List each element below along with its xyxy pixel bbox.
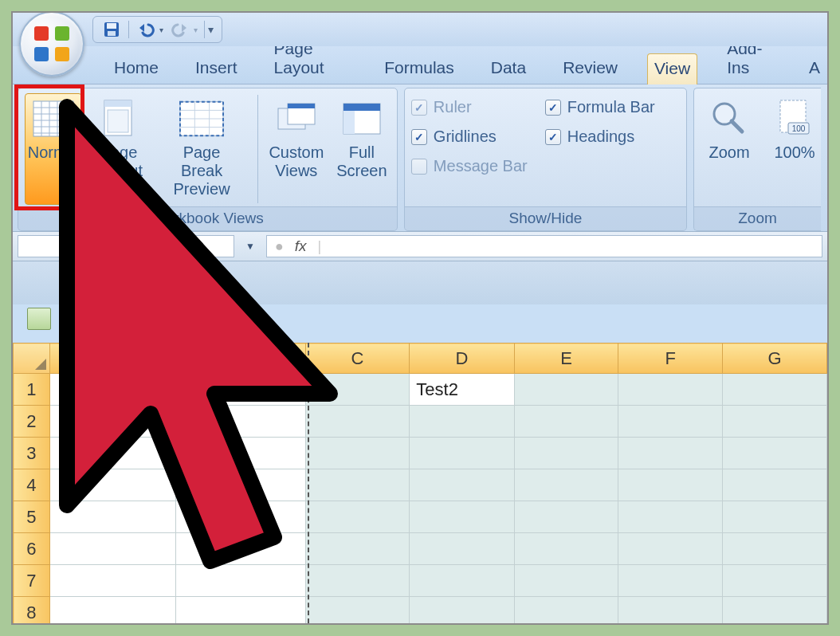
cell[interactable]	[410, 438, 514, 469]
undo-button[interactable]	[135, 19, 156, 40]
name-box[interactable]	[18, 235, 234, 257]
cell[interactable]	[305, 374, 410, 406]
cell[interactable]	[618, 565, 723, 597]
cell[interactable]	[410, 597, 514, 626]
cell[interactable]	[723, 438, 827, 469]
tab-home[interactable]: Home	[107, 53, 166, 84]
cell[interactable]	[723, 469, 827, 501]
cell[interactable]	[305, 438, 410, 469]
cell[interactable]: Test2	[410, 374, 514, 406]
zoom-button[interactable]: Zoom	[701, 93, 758, 205]
normal-view-button[interactable]: Normal	[25, 93, 82, 205]
cell[interactable]	[49, 501, 175, 533]
table-row[interactable]: 6	[14, 533, 827, 565]
custom-views-button[interactable]: CustomViews	[268, 93, 325, 205]
cell[interactable]	[618, 533, 723, 565]
page-break-preview-button[interactable]: PageBreak Preview	[155, 93, 248, 205]
cell[interactable]	[514, 501, 618, 533]
cell[interactable]	[176, 374, 305, 406]
column-header[interactable]	[49, 344, 175, 374]
cell[interactable]	[305, 501, 410, 533]
row-header[interactable]: 2	[14, 406, 50, 438]
cell[interactable]	[723, 374, 827, 406]
cell[interactable]	[176, 469, 305, 501]
cell[interactable]	[410, 406, 514, 438]
table-row[interactable]: 4	[14, 469, 827, 501]
cell[interactable]	[723, 597, 827, 626]
cell[interactable]	[618, 374, 723, 406]
name-box-dropdown-icon[interactable]: ▼	[245, 241, 255, 252]
table-row[interactable]: 7	[14, 565, 827, 597]
cell[interactable]	[49, 469, 175, 501]
workbook-icon[interactable]	[27, 308, 51, 330]
page-layout-button[interactable]: PageLayout	[90, 93, 147, 205]
row-header[interactable]: 1	[14, 374, 50, 406]
tab-data[interactable]: Data	[484, 53, 533, 84]
gridlines-checkbox[interactable]: ✓ Gridlines	[411, 126, 528, 147]
cell[interactable]	[305, 533, 410, 565]
cell[interactable]	[176, 438, 305, 469]
cell[interactable]	[514, 597, 618, 626]
cell[interactable]	[514, 374, 618, 406]
column-headers[interactable]: C D E F G	[14, 344, 827, 374]
table-row[interactable]: 2	[14, 406, 827, 438]
save-button[interactable]	[101, 19, 122, 40]
cell[interactable]	[410, 469, 514, 501]
column-header[interactable]: D	[410, 344, 514, 374]
headings-checkbox[interactable]: ✓ Headings	[545, 126, 655, 147]
undo-dropdown-icon[interactable]: ▾	[159, 26, 163, 34]
row-header[interactable]: 6	[14, 533, 50, 565]
row-header[interactable]: 4	[14, 469, 50, 501]
cell[interactable]	[723, 406, 827, 438]
cell[interactable]	[514, 533, 618, 565]
office-button[interactable]	[19, 11, 84, 77]
cell[interactable]	[514, 438, 618, 469]
row-header[interactable]: 7	[14, 565, 50, 597]
cell[interactable]	[49, 533, 175, 565]
cell[interactable]	[305, 469, 410, 501]
tab-formulas[interactable]: Formulas	[377, 53, 461, 84]
cell[interactable]	[514, 406, 618, 438]
table-row[interactable]: 8	[14, 597, 827, 626]
insert-function-icon[interactable]: ●	[275, 238, 284, 255]
cell[interactable]	[618, 438, 723, 469]
cell[interactable]	[618, 597, 723, 626]
select-all-corner[interactable]	[14, 344, 50, 374]
cell[interactable]	[176, 406, 305, 438]
cell[interactable]	[49, 406, 175, 438]
cell[interactable]	[176, 597, 305, 626]
cell[interactable]	[723, 565, 827, 597]
cell[interactable]	[176, 533, 305, 565]
table-row[interactable]: 5	[14, 501, 827, 533]
redo-dropdown-icon[interactable]: ▾	[194, 26, 198, 34]
spreadsheet[interactable]: C D E F G 1Test22345678	[13, 343, 827, 623]
row-header[interactable]: 5	[14, 501, 50, 533]
row-header[interactable]: 8	[14, 597, 50, 626]
cell[interactable]	[176, 565, 305, 597]
cell[interactable]	[49, 597, 175, 626]
cell[interactable]	[305, 565, 410, 597]
redo-button[interactable]	[170, 19, 190, 40]
cell[interactable]	[618, 469, 723, 501]
full-screen-button[interactable]: FullScreen	[333, 93, 391, 205]
row-header[interactable]: 3	[14, 438, 50, 469]
tab-more[interactable]: A	[802, 53, 827, 84]
cell[interactable]	[723, 533, 827, 565]
cell[interactable]	[514, 565, 618, 597]
column-header[interactable]: G	[723, 344, 827, 374]
tab-review[interactable]: Review	[555, 53, 625, 84]
cell[interactable]	[618, 406, 723, 438]
tab-view[interactable]: View	[647, 53, 697, 84]
cell[interactable]	[514, 469, 618, 501]
ruler-checkbox[interactable]: ✓ Ruler	[411, 96, 528, 118]
tab-insert[interactable]: Insert	[188, 53, 245, 84]
column-header[interactable]: C	[305, 344, 410, 374]
column-header[interactable]: F	[618, 344, 723, 374]
cell[interactable]	[49, 565, 175, 597]
cell[interactable]	[49, 438, 175, 469]
column-header[interactable]: E	[514, 344, 618, 374]
cell[interactable]	[618, 501, 723, 533]
cell[interactable]	[410, 533, 514, 565]
zoom-100-button[interactable]: 100 100%	[766, 93, 821, 205]
column-header[interactable]	[176, 344, 305, 374]
